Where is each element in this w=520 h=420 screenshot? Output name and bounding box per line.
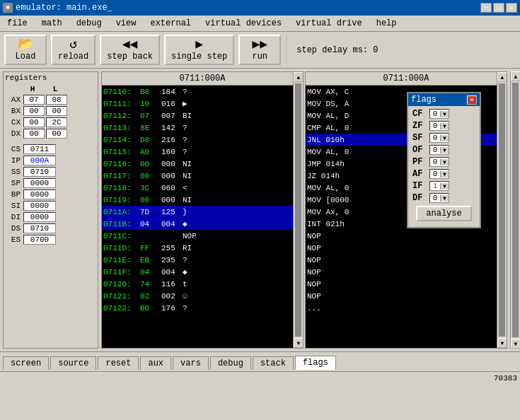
reg-di-value[interactable]: 0000 — [23, 212, 56, 222]
reg-cx-l[interactable]: 2C — [46, 117, 67, 127]
flag-dropdown-df[interactable]: ▼ — [440, 195, 449, 202]
reg-ds-value[interactable]: 0710 — [23, 223, 56, 233]
menu-item-virtual-devices[interactable]: virtual devices — [201, 17, 286, 30]
disasm-left-scroll[interactable]: ▲ ▼ — [293, 72, 303, 348]
menu-item-debug[interactable]: debug — [72, 17, 106, 30]
disasm-left-line[interactable]: 0711D:FF255RI — [102, 242, 293, 254]
disasm-left-line[interactable]: 07112:07007BI — [102, 110, 293, 122]
reg-sp-value[interactable]: 0000 — [23, 178, 56, 188]
menu-item-math[interactable]: math — [37, 17, 67, 30]
disasm-left-line[interactable]: 0711E:EB235? — [102, 254, 293, 266]
reg-cs-value[interactable]: 0711 — [23, 144, 56, 154]
flags-close-button[interactable]: ✕ — [467, 95, 477, 105]
disasm-right-line[interactable]: NOP — [306, 230, 497, 242]
flag-name-af: AF — [412, 169, 427, 179]
disasm-left-line[interactable]: 0711C:NOP — [102, 230, 293, 242]
run-label: run — [252, 52, 267, 62]
run-button[interactable]: ▶▶ run — [238, 35, 281, 65]
disasm-right-line[interactable]: NOP — [306, 290, 497, 302]
disasm-right-line[interactable]: NOP — [306, 254, 497, 266]
load-button[interactable]: 📂 Load — [4, 35, 47, 65]
right-scroll-up[interactable]: ▲ — [511, 71, 520, 81]
reg-col-h: H — [22, 85, 43, 93]
tab-stack[interactable]: stack — [253, 356, 294, 370]
tab-flags[interactable]: flags — [295, 356, 336, 370]
disasm-left-line[interactable]: 07117:00000NI — [102, 170, 293, 182]
menu-item-file[interactable]: file — [3, 17, 32, 30]
menu-item-external[interactable]: external — [146, 17, 195, 30]
reg-row-cs: CS 0711 — [5, 144, 96, 154]
disasm-right-scroll[interactable]: ▲ ▼ — [497, 72, 507, 348]
disasm-left-line[interactable]: 07120:74116t — [102, 278, 293, 290]
reg-es-value[interactable]: 0700 — [23, 235, 56, 245]
single-step-button[interactable]: ▶ single step — [164, 35, 234, 65]
flag-dropdown-sf[interactable]: ▼ — [440, 135, 449, 141]
step-back-button[interactable]: ◀◀ step back — [100, 35, 160, 65]
flag-value-cf[interactable]: 0▼ — [429, 109, 449, 119]
disasm-left-line[interactable]: 0711B:04004◆ — [102, 218, 293, 230]
disasm-left-line[interactable]: 0711F:04004◆ — [102, 266, 293, 278]
tab-aux[interactable]: aux — [140, 356, 171, 370]
disasm-left-line[interactable]: 07118:3C060< — [102, 182, 293, 194]
toolbar-separator — [287, 36, 288, 64]
menu-item-virtual-drive[interactable]: virtual drive — [291, 17, 366, 30]
tab-debug[interactable]: debug — [210, 356, 251, 370]
tab-screen[interactable]: screen — [3, 356, 49, 370]
scroll-up-arrow-r[interactable]: ▲ — [497, 72, 507, 82]
disasm-left-line[interactable]: 07111:10016▶ — [102, 98, 293, 110]
tab-source[interactable]: source — [50, 356, 96, 370]
reg-ax-l[interactable]: 08 — [46, 95, 67, 105]
disasm-left-body[interactable]: 07110:B8184?07111:10016▶07112:07007BI071… — [102, 86, 303, 348]
disasm-left-line[interactable]: 07119:00000NI — [102, 194, 293, 206]
scroll-up-arrow[interactable]: ▲ — [294, 72, 304, 82]
scroll-down-arrow-r[interactable]: ▼ — [497, 338, 507, 348]
reg-cx-h[interactable]: 00 — [23, 117, 45, 127]
disasm-left-line[interactable]: 07113:8E142? — [102, 122, 293, 134]
disasm-left-line[interactable]: 07115:A0160? — [102, 146, 293, 158]
reg-ss-value[interactable]: 0710 — [23, 167, 56, 177]
disasm-left-line[interactable]: 07114:D8216? — [102, 134, 293, 146]
close-button[interactable]: ✕ — [506, 3, 517, 13]
menu-item-help[interactable]: help — [372, 17, 401, 30]
reg-ax-h[interactable]: 07 — [23, 95, 45, 105]
reg-si-value[interactable]: 0000 — [23, 201, 56, 211]
flag-value-if[interactable]: 1▼ — [429, 181, 449, 191]
flag-value-sf[interactable]: 0▼ — [429, 133, 449, 143]
right-scroll-down[interactable]: ▼ — [511, 339, 520, 349]
flag-dropdown-af[interactable]: ▼ — [440, 171, 449, 177]
menu-item-view[interactable]: view — [112, 17, 141, 30]
disasm-right-line[interactable]: NOP — [306, 278, 497, 290]
flag-value-df[interactable]: 0▼ — [429, 193, 449, 203]
flag-dropdown-cf[interactable]: ▼ — [440, 111, 449, 117]
disasm-right-line[interactable]: ... — [306, 302, 497, 314]
disasm-left-line[interactable]: 0711A:7D125} — [102, 206, 293, 218]
reg-dx-h[interactable]: 00 — [23, 129, 45, 139]
scroll-down-arrow[interactable]: ▼ — [294, 338, 304, 348]
maximize-button[interactable]: □ — [493, 3, 504, 13]
reload-button[interactable]: ↺ reload — [51, 35, 96, 65]
flag-value-of[interactable]: 0▼ — [429, 145, 449, 155]
tab-reset[interactable]: reset — [98, 356, 139, 370]
flag-value-zf[interactable]: 0▼ — [429, 121, 449, 131]
disasm-left-line[interactable]: 07110:B8184? — [102, 86, 293, 98]
disasm-left-line[interactable]: 07116:00000NI — [102, 158, 293, 170]
tab-vars[interactable]: vars — [173, 356, 209, 370]
reg-bx-h[interactable]: 00 — [23, 106, 45, 116]
flag-dropdown-zf[interactable]: ▼ — [440, 123, 449, 129]
reg-ip-value[interactable]: 000A — [23, 156, 56, 165]
right-scrollbar[interactable]: ▲ ▼ — [510, 71, 520, 349]
reg-bx-l[interactable]: 00 — [46, 106, 67, 116]
flag-value-af[interactable]: 0▼ — [429, 169, 449, 179]
disasm-right-line[interactable]: NOP — [306, 242, 497, 254]
disasm-left-line[interactable]: 07121:02002☺ — [102, 290, 293, 302]
flag-dropdown-of[interactable]: ▼ — [440, 147, 449, 153]
disasm-right-line[interactable]: NOP — [306, 266, 497, 278]
flags-analyse-button[interactable]: analyse — [416, 206, 471, 221]
disasm-left-line[interactable]: 07122:B0176? — [102, 302, 293, 314]
reg-dx-l[interactable]: 00 — [46, 129, 67, 139]
reg-bp-value[interactable]: 0000 — [23, 189, 56, 199]
flag-dropdown-if[interactable]: ▼ — [440, 183, 449, 189]
flag-dropdown-pf[interactable]: ▼ — [440, 159, 449, 165]
minimize-button[interactable]: ─ — [480, 3, 492, 13]
flag-value-pf[interactable]: 0▼ — [429, 157, 449, 167]
